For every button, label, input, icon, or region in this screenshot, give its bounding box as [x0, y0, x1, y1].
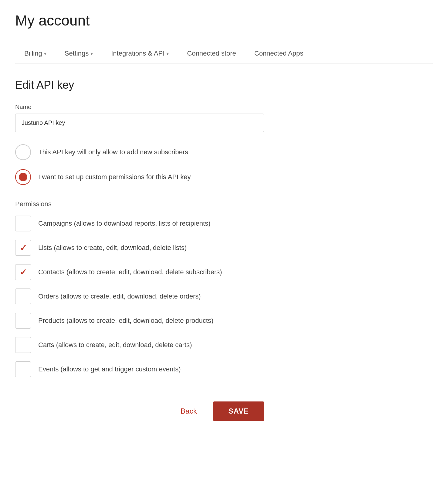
- form-actions: Back SAVE: [15, 401, 264, 421]
- tab-connected-store[interactable]: Connected store: [178, 44, 245, 63]
- permission-contacts[interactable]: ✓ Contacts (allows to create, edit, down…: [15, 264, 264, 280]
- back-button[interactable]: Back: [173, 402, 204, 420]
- permission-carts[interactable]: Carts (allows to create, edit, download,…: [15, 337, 264, 353]
- permission-campaigns[interactable]: Campaigns (allows to download reports, l…: [15, 216, 264, 231]
- nav-tabs: Billing ▾ Settings ▾ Integrations & API …: [15, 44, 433, 63]
- radio-inner-dot: [19, 173, 27, 181]
- permissions-title: Permissions: [15, 200, 264, 208]
- radio-label-custom: I want to set up custom permissions for …: [38, 173, 191, 181]
- tab-billing[interactable]: Billing ▾: [15, 44, 56, 63]
- tab-integrations-label: Integrations & API: [111, 50, 165, 57]
- edit-api-key-section: Edit API key Name This API key will only…: [15, 79, 264, 421]
- radio-group: This API key will only allow to add new …: [15, 144, 264, 185]
- tab-settings[interactable]: Settings ▾: [56, 44, 102, 63]
- permission-products[interactable]: Products (allows to create, edit, downlo…: [15, 313, 264, 329]
- checkbox-label-products: Products (allows to create, edit, downlo…: [38, 317, 213, 325]
- checkbox-lists: ✓: [15, 240, 31, 256]
- checkbox-label-campaigns: Campaigns (allows to download reports, l…: [38, 220, 210, 227]
- checkbox-campaigns: [15, 216, 31, 231]
- checkbox-label-events: Events (allows to get and trigger custom…: [38, 365, 181, 373]
- permissions-list: Campaigns (allows to download reports, l…: [15, 216, 264, 377]
- tab-settings-label: Settings: [65, 50, 89, 57]
- api-key-name-input[interactable]: [15, 114, 264, 132]
- tab-billing-label: Billing: [24, 50, 42, 57]
- tab-connected-apps-label: Connected Apps: [254, 50, 303, 57]
- save-button[interactable]: SAVE: [213, 401, 264, 421]
- chevron-down-icon: ▾: [166, 51, 169, 56]
- checkbox-events: [15, 361, 31, 377]
- permission-events[interactable]: Events (allows to get and trigger custom…: [15, 361, 264, 377]
- name-label: Name: [15, 104, 264, 111]
- radio-circle-subscribers: [15, 144, 31, 160]
- permission-orders[interactable]: Orders (allows to create, edit, download…: [15, 288, 264, 304]
- radio-subscribers-only[interactable]: This API key will only allow to add new …: [15, 144, 264, 160]
- checkmark-icon: ✓: [20, 267, 27, 277]
- checkbox-products: [15, 313, 31, 329]
- checkbox-carts: [15, 337, 31, 353]
- chevron-down-icon: ▾: [90, 51, 93, 56]
- checkbox-orders: [15, 288, 31, 304]
- section-title: Edit API key: [15, 79, 264, 91]
- checkmark-icon: ✓: [20, 243, 27, 253]
- page-title: My account: [15, 12, 433, 29]
- checkbox-label-contacts: Contacts (allows to create, edit, downlo…: [38, 268, 222, 276]
- checkbox-label-carts: Carts (allows to create, edit, download,…: [38, 341, 192, 349]
- checkbox-label-lists: Lists (allows to create, edit, download,…: [38, 244, 187, 252]
- permission-lists[interactable]: ✓ Lists (allows to create, edit, downloa…: [15, 240, 264, 256]
- radio-label-subscribers: This API key will only allow to add new …: [38, 148, 188, 156]
- tab-connected-apps[interactable]: Connected Apps: [245, 44, 312, 63]
- chevron-down-icon: ▾: [44, 51, 46, 56]
- radio-custom-permissions[interactable]: I want to set up custom permissions for …: [15, 169, 264, 185]
- tab-connected-store-label: Connected store: [187, 50, 236, 57]
- checkbox-contacts: ✓: [15, 264, 31, 280]
- tab-integrations[interactable]: Integrations & API ▾: [102, 44, 178, 63]
- radio-circle-custom: [15, 169, 31, 185]
- checkbox-label-orders: Orders (allows to create, edit, download…: [38, 292, 201, 300]
